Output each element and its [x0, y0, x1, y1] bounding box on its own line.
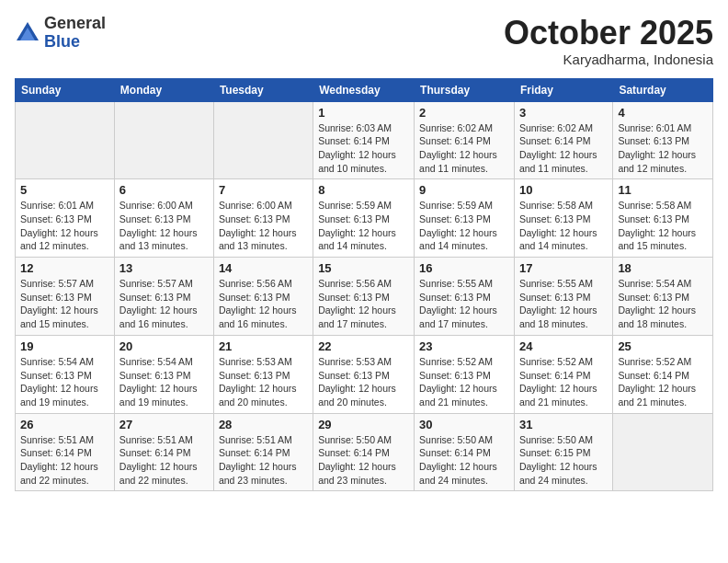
day-number: 20 [119, 339, 209, 353]
calendar-cell: 16Sunrise: 5:55 AMSunset: 6:13 PMDayligh… [415, 258, 515, 336]
weekday-header-thursday: Thursday [415, 78, 515, 101]
day-detail: Sunrise: 6:00 AMSunset: 6:13 PMDaylight:… [119, 199, 209, 253]
calendar-cell: 17Sunrise: 5:55 AMSunset: 6:13 PMDayligh… [514, 258, 612, 336]
calendar-cell: 1Sunrise: 6:03 AMSunset: 6:14 PMDaylight… [313, 101, 415, 179]
title-block: October 2025 Karyadharma, Indonesia [504, 15, 713, 67]
day-number: 11 [618, 183, 708, 197]
page-header: General Blue October 2025 Karyadharma, I… [15, 15, 713, 67]
day-number: 3 [519, 106, 608, 120]
calendar-cell: 21Sunrise: 5:53 AMSunset: 6:13 PMDayligh… [213, 335, 313, 413]
calendar-cell: 13Sunrise: 5:57 AMSunset: 6:13 PMDayligh… [114, 258, 213, 336]
calendar-cell [16, 101, 115, 179]
day-detail: Sunrise: 5:54 AMSunset: 6:13 PMDaylight:… [20, 355, 109, 409]
calendar-cell: 24Sunrise: 5:52 AMSunset: 6:14 PMDayligh… [514, 335, 612, 413]
day-detail: Sunrise: 5:56 AMSunset: 6:13 PMDaylight:… [318, 277, 409, 331]
day-number: 4 [618, 106, 708, 120]
day-number: 9 [419, 183, 509, 197]
calendar-cell: 23Sunrise: 5:52 AMSunset: 6:13 PMDayligh… [415, 335, 515, 413]
week-row-2: 5Sunrise: 6:01 AMSunset: 6:13 PMDaylight… [16, 179, 713, 258]
calendar-cell: 4Sunrise: 6:01 AMSunset: 6:13 PMDaylight… [613, 101, 713, 179]
day-number: 19 [20, 339, 109, 353]
day-detail: Sunrise: 5:55 AMSunset: 6:13 PMDaylight:… [519, 277, 608, 331]
day-detail: Sunrise: 5:52 AMSunset: 6:14 PMDaylight:… [519, 355, 608, 409]
day-detail: Sunrise: 5:58 AMSunset: 6:13 PMDaylight:… [618, 199, 708, 253]
calendar-cell: 8Sunrise: 5:59 AMSunset: 6:13 PMDaylight… [313, 179, 415, 258]
calendar-cell [114, 101, 213, 179]
day-number: 30 [419, 418, 509, 431]
day-number: 8 [318, 183, 409, 197]
day-number: 1 [318, 106, 409, 120]
day-detail: Sunrise: 5:55 AMSunset: 6:13 PMDaylight:… [419, 277, 509, 331]
day-number: 29 [318, 418, 409, 431]
day-number: 18 [618, 261, 708, 275]
calendar-cell: 22Sunrise: 5:53 AMSunset: 6:13 PMDayligh… [313, 335, 415, 413]
weekday-header-saturday: Saturday [613, 78, 713, 101]
day-detail: Sunrise: 5:59 AMSunset: 6:13 PMDaylight:… [419, 199, 509, 253]
logo-blue: Blue [44, 32, 80, 51]
calendar-cell: 5Sunrise: 6:01 AMSunset: 6:13 PMDaylight… [16, 179, 115, 258]
week-row-1: 1Sunrise: 6:03 AMSunset: 6:14 PMDaylight… [16, 101, 713, 179]
day-detail: Sunrise: 5:59 AMSunset: 6:13 PMDaylight:… [318, 199, 409, 253]
logo: General Blue [15, 15, 106, 52]
logo-icon [15, 20, 40, 46]
day-number: 31 [519, 418, 608, 431]
day-number: 6 [119, 183, 209, 197]
calendar-cell: 19Sunrise: 5:54 AMSunset: 6:13 PMDayligh… [16, 335, 115, 413]
day-detail: Sunrise: 5:54 AMSunset: 6:13 PMDaylight:… [119, 355, 209, 409]
day-number: 27 [119, 418, 209, 431]
calendar-cell: 31Sunrise: 5:50 AMSunset: 6:15 PMDayligh… [514, 413, 612, 491]
day-number: 24 [519, 339, 608, 353]
calendar-cell: 12Sunrise: 5:57 AMSunset: 6:13 PMDayligh… [16, 258, 115, 336]
day-number: 2 [419, 106, 509, 120]
calendar-cell: 14Sunrise: 5:56 AMSunset: 6:13 PMDayligh… [213, 258, 313, 336]
day-detail: Sunrise: 5:53 AMSunset: 6:13 PMDaylight:… [318, 355, 409, 409]
day-number: 21 [219, 339, 308, 353]
day-detail: Sunrise: 5:50 AMSunset: 6:14 PMDaylight:… [318, 433, 409, 488]
day-detail: Sunrise: 6:01 AMSunset: 6:13 PMDaylight:… [20, 199, 109, 253]
day-detail: Sunrise: 5:58 AMSunset: 6:13 PMDaylight:… [519, 199, 608, 253]
day-number: 12 [20, 261, 109, 275]
day-number: 17 [519, 261, 608, 275]
week-row-4: 19Sunrise: 5:54 AMSunset: 6:13 PMDayligh… [16, 335, 713, 413]
day-number: 26 [20, 418, 109, 431]
day-detail: Sunrise: 5:52 AMSunset: 6:13 PMDaylight:… [419, 355, 509, 409]
weekday-header-tuesday: Tuesday [213, 78, 313, 101]
calendar-cell: 6Sunrise: 6:00 AMSunset: 6:13 PMDaylight… [114, 179, 213, 258]
calendar-cell: 3Sunrise: 6:02 AMSunset: 6:14 PMDaylight… [514, 101, 612, 179]
calendar-cell: 29Sunrise: 5:50 AMSunset: 6:14 PMDayligh… [313, 413, 415, 491]
day-detail: Sunrise: 5:53 AMSunset: 6:13 PMDaylight:… [219, 355, 308, 409]
calendar-cell: 30Sunrise: 5:50 AMSunset: 6:14 PMDayligh… [415, 413, 515, 491]
calendar-cell: 10Sunrise: 5:58 AMSunset: 6:13 PMDayligh… [514, 179, 612, 258]
calendar-cell: 25Sunrise: 5:52 AMSunset: 6:14 PMDayligh… [613, 335, 713, 413]
weekday-header-sunday: Sunday [16, 78, 115, 101]
calendar-cell: 27Sunrise: 5:51 AMSunset: 6:14 PMDayligh… [114, 413, 213, 491]
weekday-header-monday: Monday [114, 78, 213, 101]
day-number: 16 [419, 261, 509, 275]
day-number: 28 [219, 418, 308, 431]
calendar-cell: 2Sunrise: 6:02 AMSunset: 6:14 PMDaylight… [415, 101, 515, 179]
day-number: 10 [519, 183, 608, 197]
calendar-cell: 11Sunrise: 5:58 AMSunset: 6:13 PMDayligh… [613, 179, 713, 258]
day-detail: Sunrise: 6:02 AMSunset: 6:14 PMDaylight:… [419, 121, 509, 176]
day-detail: Sunrise: 5:52 AMSunset: 6:14 PMDaylight:… [618, 355, 708, 409]
calendar-cell [613, 413, 713, 491]
calendar-table: SundayMondayTuesdayWednesdayThursdayFrid… [15, 78, 713, 492]
day-number: 25 [618, 339, 708, 353]
logo-general: General [44, 14, 106, 32]
day-number: 15 [318, 261, 409, 275]
day-detail: Sunrise: 5:54 AMSunset: 6:13 PMDaylight:… [618, 277, 708, 331]
month-title: October 2025 [504, 15, 713, 52]
week-row-5: 26Sunrise: 5:51 AMSunset: 6:14 PMDayligh… [16, 413, 713, 491]
day-detail: Sunrise: 6:02 AMSunset: 6:14 PMDaylight:… [519, 121, 608, 176]
day-detail: Sunrise: 5:56 AMSunset: 6:13 PMDaylight:… [219, 277, 308, 331]
day-detail: Sunrise: 6:01 AMSunset: 6:13 PMDaylight:… [618, 121, 708, 176]
day-detail: Sunrise: 5:57 AMSunset: 6:13 PMDaylight:… [20, 277, 109, 331]
day-number: 7 [219, 183, 308, 197]
logo-text: General Blue [44, 15, 106, 52]
day-detail: Sunrise: 5:50 AMSunset: 6:14 PMDaylight:… [419, 433, 509, 488]
calendar-cell [213, 101, 313, 179]
calendar-cell: 18Sunrise: 5:54 AMSunset: 6:13 PMDayligh… [613, 258, 713, 336]
day-detail: Sunrise: 5:51 AMSunset: 6:14 PMDaylight:… [219, 433, 308, 488]
day-number: 22 [318, 339, 409, 353]
day-detail: Sunrise: 5:51 AMSunset: 6:14 PMDaylight:… [119, 433, 209, 488]
